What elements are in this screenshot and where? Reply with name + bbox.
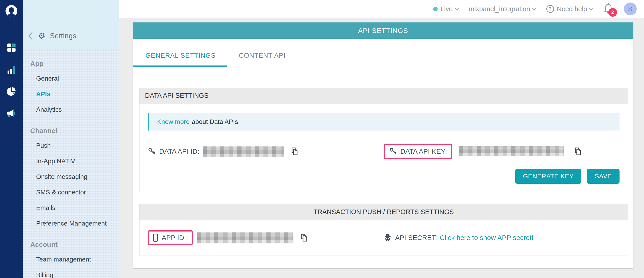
api-settings-card: API SETTINGS GENERAL SETTINGS CONTENT AP…	[133, 23, 633, 268]
transaction-push-section: TRANSACTION PUSH / REPORTS SETTINGS APP …	[139, 204, 628, 256]
app-id-redacted-value	[197, 232, 294, 243]
sidebar-section-channel: Channel	[23, 123, 119, 138]
show-app-secret-link[interactable]: Click here to show APP secret!	[440, 234, 534, 241]
sidebar-item-onsite-messaging[interactable]: Onsite messaging	[23, 169, 119, 185]
transaction-push-header: TRANSACTION PUSH / REPORTS SETTINGS	[140, 204, 628, 220]
topbar: Live mixpanel_integration ? Need help 2 …	[119, 0, 644, 18]
sidebar-item-sms-connector[interactable]: SMS & connector	[23, 185, 119, 200]
sidebar-header: ⚙ Settings	[23, 0, 119, 50]
tab-content-api[interactable]: CONTENT API	[227, 52, 296, 67]
notification-count-badge: 2	[608, 8, 617, 17]
chevron-down-icon	[532, 6, 536, 10]
tab-bar: GENERAL SETTINGS CONTENT API	[133, 39, 633, 67]
project-dropdown[interactable]: mixpanel_integration	[469, 5, 536, 13]
data-api-settings-header: DATA API SETTINGS	[140, 88, 628, 104]
pie-chart-icon[interactable]	[6, 87, 16, 97]
app-id-label: APP ID :	[162, 234, 188, 241]
sidebar-divider	[23, 235, 119, 235]
live-status-label: Live	[440, 5, 452, 13]
data-api-key-field: DATA API KEY:	[384, 144, 620, 159]
project-name-label: mixpanel_integration	[469, 5, 530, 13]
copy-icon[interactable]	[290, 147, 299, 156]
help-question-icon: ?	[546, 5, 554, 13]
app-id-field: APP ID :	[148, 230, 384, 245]
save-button[interactable]: SAVE	[587, 169, 620, 184]
sidebar-item-billing[interactable]: Billing	[23, 267, 119, 278]
generate-key-button[interactable]: GENERATE KEY	[515, 169, 582, 184]
user-avatar[interactable]: S	[624, 3, 637, 15]
data-api-key-redacted-value	[459, 146, 564, 156]
data-api-key-label: DATA API KEY:	[400, 147, 447, 155]
gear-icon: ⚙	[38, 32, 45, 40]
sidebar-divider	[23, 121, 119, 121]
settings-sidebar: ⚙ Settings App General APIs Analytics Ch…	[23, 0, 119, 278]
sidebar-section-app: App	[23, 56, 119, 71]
data-api-settings-section: DATA API SETTINGS Know more about Data A…	[139, 88, 628, 192]
data-api-key-input[interactable]	[456, 144, 567, 159]
bar-chart-icon[interactable]	[6, 65, 16, 75]
sidebar-item-inapp-nativ[interactable]: In-App NATIV	[23, 153, 119, 169]
campaign-megaphone-icon[interactable]	[6, 109, 16, 119]
live-status-dot	[433, 7, 438, 11]
key-icon	[389, 147, 397, 155]
sidebar-item-preference-management[interactable]: Preference Management	[23, 216, 119, 231]
chevron-down-icon	[589, 6, 593, 10]
data-api-id-redacted-value	[202, 146, 284, 157]
brand-logo[interactable]	[6, 5, 18, 17]
copy-icon[interactable]	[573, 147, 582, 156]
know-more-text: about Data APIs	[192, 118, 238, 126]
chevron-down-icon	[455, 6, 459, 10]
data-api-key-highlight-box: DATA API KEY:	[384, 144, 452, 159]
app-id-highlight-box: APP ID :	[148, 230, 193, 245]
data-api-id-field: DATA API ID:	[148, 146, 384, 157]
back-chevron-icon[interactable]	[28, 32, 34, 40]
app-rail	[0, 0, 23, 278]
secret-spy-icon	[384, 233, 392, 242]
mobile-phone-icon	[152, 233, 158, 242]
api-secret-field: API SECRET: Click here to show APP secre…	[384, 233, 620, 242]
sidebar-item-push[interactable]: Push	[23, 138, 119, 153]
dashboard-grid-icon[interactable]	[6, 43, 16, 53]
sidebar-section-account: Account	[23, 236, 119, 252]
page-title: API SETTINGS	[358, 27, 408, 35]
api-secret-label: API SECRET:	[395, 234, 437, 241]
sidebar-item-apis[interactable]: APIs	[23, 86, 119, 102]
need-help-label: Need help	[557, 5, 587, 13]
know-more-banner: Know more about Data APIs	[148, 113, 620, 131]
sidebar-item-team-management[interactable]: Team management	[23, 252, 119, 267]
copy-icon[interactable]	[299, 233, 308, 242]
know-more-link[interactable]: Know more	[157, 118, 190, 126]
live-status-dropdown[interactable]: Live	[433, 5, 458, 13]
need-help-dropdown[interactable]: ? Need help	[546, 5, 593, 13]
data-api-id-label: DATA API ID:	[159, 147, 200, 155]
sidebar-item-emails[interactable]: Emails	[23, 200, 119, 216]
key-icon	[148, 147, 156, 155]
card-header: API SETTINGS	[133, 23, 633, 39]
tab-general-settings[interactable]: GENERAL SETTINGS	[133, 52, 227, 67]
notifications-bell[interactable]: 2	[603, 3, 613, 15]
sidebar-item-analytics[interactable]: Analytics	[23, 102, 119, 117]
sidebar-title: Settings	[50, 32, 76, 40]
sidebar-menu: App General APIs Analytics Channel Push …	[23, 50, 119, 278]
sidebar-item-general[interactable]: General	[23, 71, 119, 86]
